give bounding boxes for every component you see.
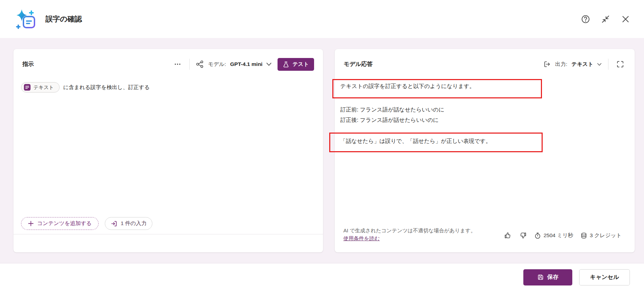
model-flow-icon: [196, 60, 204, 68]
model-label: モデル:: [208, 61, 226, 68]
prompt-builder-dialog: 誤字の確認: [0, 0, 644, 291]
response-explanation: 「話なせたら」は誤りで、「話せたら」が正しい表現です。: [340, 138, 628, 145]
model-response-panel: モデル応答 出力: テキスト: [335, 49, 635, 252]
ai-disclaimer: AI で生成されたコンテンツは不適切な場合があります。使用条件を読む: [343, 226, 479, 242]
divider: [13, 234, 323, 234]
close-button[interactable]: [620, 13, 631, 25]
collapse-button[interactable]: [600, 13, 611, 25]
input-count-button[interactable]: 1 件の入力: [105, 217, 152, 230]
input-count-label: 1 件の入力: [121, 220, 147, 227]
output-type-selector[interactable]: テキスト: [572, 61, 602, 68]
stopwatch-icon: [534, 232, 541, 239]
model-selector[interactable]: GPT-4.1 mini: [230, 61, 272, 67]
text-input-token[interactable]: テキスト: [21, 82, 60, 93]
save-icon: [537, 274, 544, 281]
expand-button[interactable]: [615, 59, 626, 70]
plus-icon: [28, 221, 34, 226]
titlebar-actions: [580, 13, 631, 25]
response-stats: 2504 ミリ秒 3 クレジット: [504, 231, 622, 240]
output-value: テキスト: [572, 61, 593, 68]
save-button[interactable]: 保存: [523, 269, 572, 285]
credits-icon: [580, 232, 587, 239]
credits-stat: 3 クレジット: [580, 232, 622, 239]
model-value: GPT-4.1 mini: [230, 61, 263, 67]
thumbs-down-icon: [519, 232, 527, 239]
cancel-label: キャンセル: [590, 274, 619, 280]
dialog-footer: 保存 キャンセル: [0, 263, 644, 291]
test-button-label: テスト: [292, 61, 309, 68]
instructions-title: 指示: [22, 60, 34, 68]
instructions-toolbar: コンテンツを追加する 1 件の入力: [21, 217, 152, 230]
terms-link[interactable]: 使用条件を読む: [343, 235, 380, 241]
text-document-icon: [24, 84, 31, 91]
collapse-icon: [601, 14, 610, 24]
cancel-button[interactable]: キャンセル: [579, 269, 630, 285]
response-intro: テキストの誤字を訂正すると以下のようになります。: [340, 83, 628, 90]
flask-icon: [283, 61, 289, 68]
prompt-text[interactable]: に含まれる誤字を検出し、訂正する: [63, 84, 150, 91]
chevron-down-icon: [266, 61, 272, 67]
response-title: モデル応答: [344, 60, 373, 68]
add-content-label: コンテンツを追加する: [37, 220, 92, 227]
more-options-button[interactable]: [172, 59, 183, 70]
thumbs-up-icon: [504, 232, 512, 239]
help-icon: [581, 14, 590, 24]
prompt-editor[interactable]: テキスト に含まれる誤字を検出し、訂正する: [21, 82, 314, 93]
save-label: 保存: [547, 273, 559, 281]
test-button[interactable]: テスト: [278, 58, 314, 71]
response-header: モデル応答 出力: テキスト: [335, 49, 635, 70]
latency-value: 2504 ミリ秒: [544, 232, 573, 239]
ai-prompt-icon: [15, 8, 37, 30]
add-content-button[interactable]: コンテンツを追加する: [21, 217, 99, 230]
response-after: 訂正後: フランス語が話せたらいいのに: [340, 117, 628, 124]
help-button[interactable]: [580, 13, 591, 25]
output-icon: [543, 60, 551, 68]
latency-stat: 2504 ミリ秒: [534, 232, 573, 239]
chevron-down-icon: [597, 62, 602, 67]
token-label: テキスト: [33, 84, 54, 91]
dialog-header: 誤字の確認: [0, 0, 644, 38]
response-before: 訂正前: フランス語が話なせたらいいのに: [340, 106, 628, 114]
output-label: 出力:: [555, 61, 567, 68]
instructions-header: 指示: [13, 49, 323, 70]
more-icon: [174, 60, 181, 68]
close-icon: [621, 14, 630, 24]
input-arrow-icon: [111, 220, 118, 227]
thumbs-up-button[interactable]: [504, 231, 512, 240]
divider: [608, 59, 608, 70]
dialog-title: 誤字の確認: [46, 14, 82, 24]
thumbs-down-button[interactable]: [519, 231, 527, 240]
disclaimer-text: AI で生成されたコンテンツは不適切な場合があります。: [343, 227, 476, 233]
expand-icon: [616, 60, 624, 68]
instructions-panel: 指示: [13, 49, 323, 252]
credits-value: 3 クレジット: [590, 232, 622, 239]
divider: [189, 59, 190, 70]
